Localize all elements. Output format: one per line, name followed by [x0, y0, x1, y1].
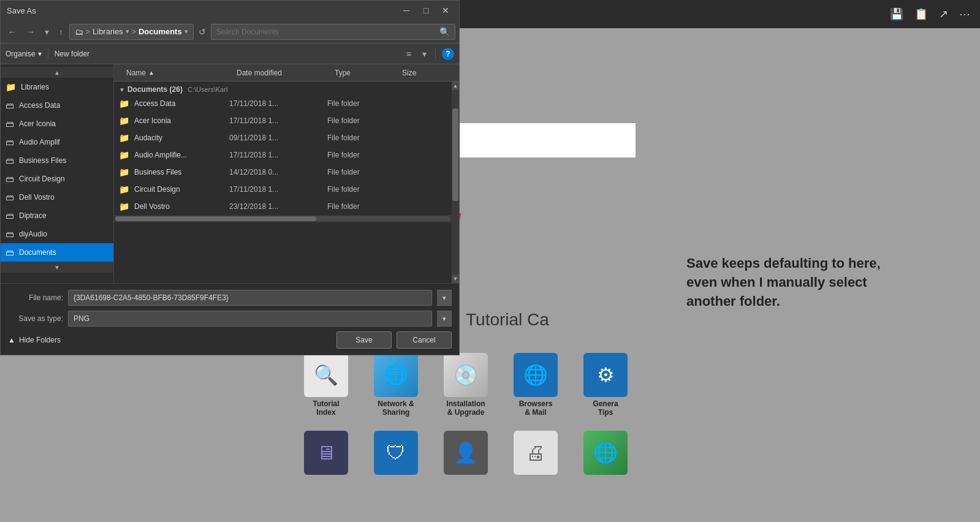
windows-img: 🛡: [374, 431, 418, 475]
copy-icon[interactable]: 📋: [912, 5, 930, 23]
file-toolbar: Organise ▾ New folder ≡ ▾ ?: [1, 44, 459, 64]
file-date: 23/12/2018 1...: [229, 202, 327, 211]
breadcrumb-libraries[interactable]: Libraries: [93, 27, 123, 36]
col-type-header[interactable]: Type: [335, 69, 402, 77]
breadcrumb-documents-dropdown[interactable]: ▾: [184, 28, 188, 36]
libraries-label: Libraries: [21, 83, 49, 91]
col-date-header[interactable]: Date modified: [237, 69, 335, 77]
view-btn[interactable]: ≡: [404, 47, 414, 61]
diptrace-label: Diptrace: [19, 211, 47, 220]
breadcrumb-sep-2: >: [132, 28, 136, 36]
dialog-body: ▲ 📁 Libraries 🗃 Access Data 🗃 Acer Iconi…: [1, 64, 459, 283]
dialog-close-btn[interactable]: ✕: [438, 3, 453, 18]
folder-group-header: ▼ Documents (26) C:\Users\Karl: [114, 81, 452, 95]
browsers-mail-img: 🌐: [514, 353, 558, 397]
cancel-button[interactable]: Cancel: [397, 331, 452, 349]
col-name-header[interactable]: Name ▲: [126, 69, 237, 77]
icon-tutorial-index[interactable]: 🔍 TutorialIndex: [292, 353, 360, 417]
h-scroll-thumb[interactable]: [115, 216, 316, 221]
search-input[interactable]: [216, 28, 436, 36]
file-type: File folder: [327, 116, 395, 125]
table-row[interactable]: 📁 Dell Vostro 23/12/2018 1... File folde…: [114, 198, 452, 215]
v-scroll-up-btn[interactable]: ▲: [452, 81, 459, 90]
icon-user[interactable]: 👤: [432, 431, 499, 477]
vertical-scrollbar[interactable]: ▲ ▼: [452, 81, 459, 283]
folder-icon: 📁: [119, 150, 129, 160]
save-pdf-icon[interactable]: 💾: [887, 5, 906, 23]
dialog-maximize-btn[interactable]: □: [419, 3, 433, 18]
icon-network2[interactable]: 🌐: [572, 431, 639, 477]
col-size-label: Size: [402, 69, 416, 77]
acer-iconia-label: Acer Iconia: [19, 119, 56, 128]
breadcrumb-path[interactable]: 🗂 > Libraries ▾ > Documents ▾: [69, 24, 194, 40]
share-icon[interactable]: ↗: [936, 5, 951, 23]
sidebar-item-diyaudio[interactable]: 🗃 diyAudio: [1, 225, 113, 243]
sidebar-item-documents[interactable]: 🗃 Documents: [1, 243, 113, 262]
file-name: Circuit Design: [134, 185, 229, 194]
help-btn[interactable]: ?: [442, 48, 454, 60]
view-dropdown-btn[interactable]: ▾: [420, 47, 429, 61]
table-row[interactable]: 📁 Access Data 17/11/2018 1... File folde…: [114, 95, 452, 112]
acer-iconia-icon: 🗃: [6, 119, 14, 129]
filename-input[interactable]: [68, 290, 432, 306]
sidebar-item-diptrace[interactable]: 🗃 Diptrace: [1, 206, 113, 225]
user-img: 👤: [444, 431, 488, 475]
file-date: 14/12/2018 0...: [229, 168, 327, 176]
hide-folders-btn[interactable]: ▲ Hide Folders: [8, 336, 61, 344]
icon-general-tips[interactable]: ⚙ GeneraTips: [572, 353, 639, 417]
sidebar-item-libraries[interactable]: 📁 Libraries: [1, 78, 113, 96]
search-box[interactable]: 🔍: [211, 24, 455, 40]
network2-img: 🌐: [583, 431, 628, 475]
sidebar-item-access-data[interactable]: 🗃 Access Data: [1, 96, 113, 115]
sidebar-item-audio-amplif[interactable]: 🗃 Audio Amplif: [1, 133, 113, 151]
filetype-dropdown-btn[interactable]: ▾: [437, 311, 452, 327]
col-type-label: Type: [335, 69, 351, 77]
table-row[interactable]: 📁 Business Files 14/12/2018 0... File fo…: [114, 164, 452, 181]
icon-printer[interactable]: 🖨: [502, 431, 569, 477]
icon-computer[interactable]: 🖥: [292, 431, 360, 477]
icon-browsers-mail[interactable]: 🌐 Browsers& Mail: [502, 353, 569, 417]
filetype-input[interactable]: [68, 311, 432, 327]
horizontal-scrollbar[interactable]: [114, 215, 452, 222]
sidebar-item-business-files[interactable]: 🗃 Business Files: [1, 151, 113, 170]
file-list-area: Name ▲ Date modified Type Size: [114, 64, 459, 283]
business-files-icon: 🗃: [6, 156, 14, 165]
v-scroll-down-btn[interactable]: ▼: [452, 274, 459, 283]
new-folder-btn[interactable]: New folder: [55, 50, 89, 58]
dell-vostro-label: Dell Vostro: [19, 193, 55, 202]
col-size-header[interactable]: Size: [402, 69, 454, 77]
documents-icon: 🗃: [6, 248, 14, 257]
sidebar-item-dell-vostro[interactable]: 🗃 Dell Vostro: [1, 188, 113, 206]
group-expand-icon[interactable]: ▼: [119, 86, 125, 93]
v-scroll-thumb[interactable]: [452, 108, 458, 201]
forward-btn[interactable]: →: [23, 25, 39, 39]
icon-windows[interactable]: 🛡: [362, 431, 430, 477]
breadcrumb-libraries-dropdown[interactable]: ▾: [126, 28, 129, 36]
save-button[interactable]: Save: [336, 331, 392, 349]
sidebar-item-circuit-design[interactable]: 🗃 Circuit Design: [1, 170, 113, 188]
v-scroll-track: [452, 90, 459, 274]
dialog-minimize-btn[interactable]: ─: [399, 3, 414, 18]
sidebar-scroll-down[interactable]: ▼: [1, 262, 113, 273]
more-icon[interactable]: ⋯: [957, 5, 973, 23]
table-row[interactable]: 📁 Acer Iconia 17/11/2018 1... File folde…: [114, 112, 452, 129]
organise-btn[interactable]: Organise ▾: [6, 50, 42, 58]
table-row[interactable]: 📁 Audio Amplifie... 17/11/2018 1... File…: [114, 146, 452, 164]
breadcrumb-documents[interactable]: Documents: [139, 27, 182, 36]
refresh-btn[interactable]: ↺: [196, 25, 208, 39]
table-row[interactable]: 📁 Circuit Design 17/11/2018 1... File fo…: [114, 181, 452, 198]
dropdown-btn[interactable]: ▾: [41, 25, 53, 39]
sidebar-item-acer-iconia[interactable]: 🗃 Acer Iconia: [1, 115, 113, 133]
back-btn[interactable]: ←: [4, 25, 20, 39]
sort-icon: ▲: [148, 69, 154, 76]
file-date: 17/11/2018 1...: [229, 185, 327, 194]
up-btn[interactable]: ↑: [55, 25, 67, 39]
folder-icon: 📁: [119, 116, 129, 126]
filename-dropdown-btn[interactable]: ▾: [437, 290, 452, 306]
icon-installation[interactable]: 💿 Installation& Upgrade: [432, 353, 499, 417]
icon-network-sharing[interactable]: 🌐 Network &Sharing: [362, 353, 430, 417]
sidebar-scroll-up[interactable]: ▲: [1, 67, 113, 78]
dialog-titlebar: Save As ─ □ ✕: [1, 1, 459, 20]
table-row[interactable]: 📁 Audacity 09/11/2018 1... File folder: [114, 129, 452, 146]
folder-icon: 📁: [119, 167, 129, 177]
